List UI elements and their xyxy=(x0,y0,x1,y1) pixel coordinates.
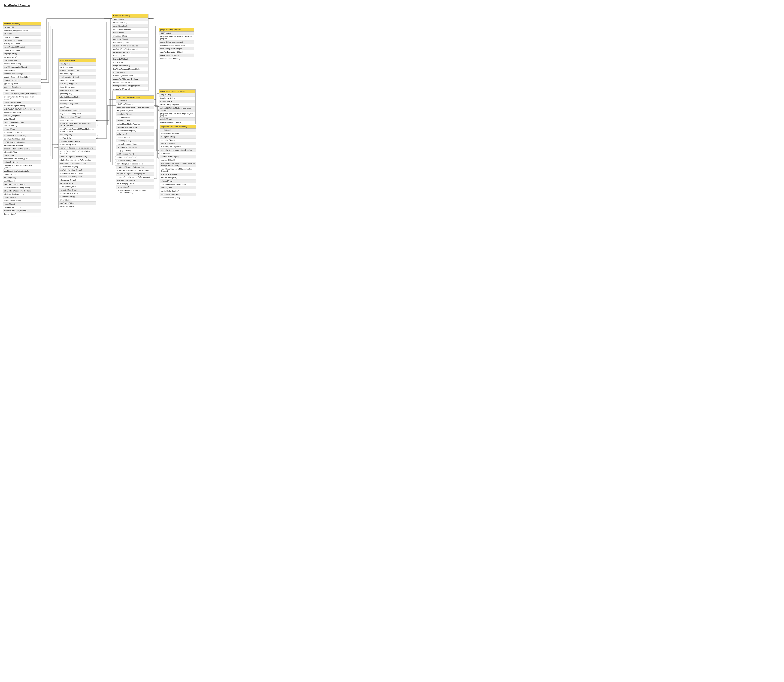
entity-field: startDate {String} index required xyxy=(112,44,148,48)
entity-field: isDeleted {Boolean} index xyxy=(112,74,148,77)
entity-certificateTemplates: certificateTemplates (Example)_id {Objec… xyxy=(159,89,196,124)
connector-line xyxy=(96,100,116,121)
entity-field: issuer {Object} xyxy=(159,100,195,103)
entity-field: linkTitle {String} xyxy=(3,176,41,179)
entity-field: userRole {String} index xyxy=(59,82,96,86)
svg-line-102 xyxy=(158,157,159,158)
entity-field: license {Object} xyxy=(3,212,41,216)
entity-field: categories {Array} xyxy=(59,99,96,102)
entity-field: solutionInformation {Object} xyxy=(59,115,96,119)
entity-field: status {String} Required xyxy=(159,103,195,107)
entity-field: updatedBy {String} xyxy=(59,119,96,122)
diagram-canvas: ML-Project Service solutions (Example)_i… xyxy=(0,0,250,217)
svg-line-92 xyxy=(158,110,159,111)
entity-projects: projects (Example)_id {ObjectId}title {S… xyxy=(59,59,96,208)
entity-field: learningResources {Array} xyxy=(160,193,196,196)
entity-field: userProfile {Object} xyxy=(59,202,96,205)
entity-field: taskSequence {Array} xyxy=(59,185,96,188)
entity-field: keywords {Array} xyxy=(3,56,41,59)
entity-field: description {String} index xyxy=(3,39,41,42)
entity-field: metaInformation {Object} xyxy=(59,75,96,79)
entity-field: createdFor {Array}ext xyxy=(112,88,148,91)
entity-field: isReusable {Boolean} xyxy=(3,151,41,154)
svg-line-96 xyxy=(158,153,159,154)
svg-line-26 xyxy=(57,144,59,145)
entity-field: subType {String} index xyxy=(3,85,41,89)
entity-field: description {String} index xyxy=(59,69,96,72)
entity-field: improvementProjectDetails {Object} xyxy=(160,183,196,186)
entity-field: startDate {Date} xyxy=(59,133,96,136)
svg-line-74 xyxy=(154,178,155,179)
entity-field: entities {Array} xyxy=(3,89,41,92)
svg-line-14 xyxy=(96,135,98,136)
entity-field: entityId {String} index xyxy=(59,143,96,146)
entity-field: categories {ObjectId} xyxy=(116,109,154,113)
entity-field: language {[Stirng]} xyxy=(112,54,148,57)
entity-header: projects (Example) xyxy=(59,59,96,62)
entity-field: concepts {Array} xyxy=(116,116,154,119)
entity-field: projectTemplateExternalId {String} index… xyxy=(59,127,96,133)
entity-programUsers: programUsers (Example)_id {ObjectId}prog… xyxy=(159,28,194,61)
entity-field: _id {ObjectId} xyxy=(59,62,96,65)
entity-field: taskCreationForm {String} xyxy=(116,156,154,159)
entity-field: description {String} xyxy=(116,113,154,116)
svg-line-84 xyxy=(158,106,159,107)
entity-field: sections {Object} xyxy=(3,124,41,127)
entity-field: scope {String} xyxy=(3,202,41,206)
svg-line-0 xyxy=(41,79,42,80)
entity-field: certificateTemplateId {ObjectId} (refer-… xyxy=(116,189,154,194)
connector-line xyxy=(96,105,116,125)
svg-line-18 xyxy=(96,138,98,139)
entity-field: userProfile {Object} reuiqred xyxy=(159,47,194,50)
svg-line-12 xyxy=(96,134,98,135)
entity-field: createdBy {String} xyxy=(112,34,148,38)
entity-field: frameworkId {ObjectId} xyxy=(3,131,41,134)
entity-field: enableQuestionReadOut {Boolean} xyxy=(3,147,41,151)
entity-field: isDeleted {Boolean} index xyxy=(59,96,96,99)
entity-field: hasAcceptedTAndC {Boolean} xyxy=(59,172,96,175)
entity-field: userRoleInformation {Object} xyxy=(159,50,194,54)
entity-field: isAPrivateProgram {Boolean} xyxy=(3,183,41,186)
entity-field: concepts {[json]} xyxy=(112,61,148,64)
svg-line-32 xyxy=(57,147,59,148)
entity-programs: Programs (Example)_Id {ObjectId}external… xyxy=(112,14,148,91)
entity-field: questionSequenceByEcm {Object} xyxy=(3,75,41,79)
entity-field: children {Array} xyxy=(160,180,196,183)
entity-field: evidenceMethods {Object} xyxy=(3,121,41,124)
entity-field: isDeletable {Boolean} xyxy=(160,173,196,176)
entity-field: roles {Object} xyxy=(3,154,41,157)
entity-field: updatedBy {String} xyxy=(160,142,196,145)
entity-field: name {String} Reuiqred xyxy=(160,132,196,135)
entity-field: type {String} index xyxy=(3,82,41,85)
entity-field: author {String} index xyxy=(3,42,41,46)
entity-field: updatedBy {String} xyxy=(112,38,148,41)
entity-field: project {Object} xyxy=(3,196,41,199)
entity-field: isDeleted {Boolean} index xyxy=(160,145,196,148)
entity-field: tasks {Array} xyxy=(116,132,154,136)
entity-field: parentTemplateId {ObjectId} index xyxy=(116,162,154,166)
entity-field: programId {ObjectId} index (refer-progra… xyxy=(3,92,41,95)
svg-line-66 xyxy=(115,164,116,165)
entity-field: entityType {String} xyxy=(116,149,154,152)
entity-field: externalId {String} xyxy=(112,21,148,24)
entity-field: noOfRatings {Number} xyxy=(116,182,154,185)
entity-field: createdBy {String} xyxy=(116,136,154,139)
entity-field: description {String} index xyxy=(112,28,148,31)
entity-field: language {Array} xyxy=(3,52,41,56)
svg-line-50 xyxy=(115,156,116,157)
entity-field: programId {ObjectId} index required (ref… xyxy=(159,35,194,40)
entity-field: _id {ObjectId} xyxy=(3,25,41,29)
entity-field: resourcesStarted {Boolean} index xyxy=(159,44,194,47)
entity-field: programId {ObjectId} index (refer-progra… xyxy=(59,146,96,150)
entity-field: keywords {Array} xyxy=(116,119,154,123)
svg-line-80 xyxy=(148,19,150,19)
entity-field: themes {Array} xyxy=(3,69,41,72)
entity-field: projectTemplateId {ObjectId} index Requi… xyxy=(160,162,196,167)
svg-line-6 xyxy=(41,82,42,83)
connector-line xyxy=(96,22,112,139)
svg-line-48 xyxy=(115,155,116,156)
entity-field: isDeleted {Boolean} index xyxy=(116,126,154,129)
svg-line-104 xyxy=(158,158,159,159)
connector-line xyxy=(156,129,159,151)
entity-field: tasks {Array} xyxy=(59,105,96,109)
